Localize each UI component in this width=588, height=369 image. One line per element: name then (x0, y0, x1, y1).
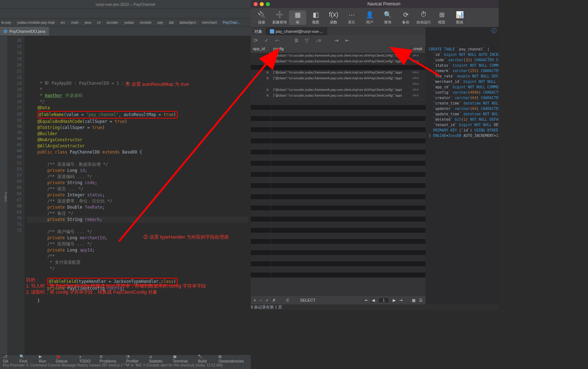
commit-icon[interactable]: ✓ (264, 37, 270, 43)
form-view-icon[interactable]: ☰ (419, 298, 423, 303)
table-row[interactable] (251, 65, 426, 70)
breadcrumb-item[interactable]: le-pay (1, 21, 11, 25)
select-label: SELECT (300, 298, 316, 302)
annotation-1: ① 设置 autoResultMap 为 true (125, 81, 189, 87)
breadcrumb-item[interactable]: java (85, 21, 91, 25)
tab-label: PayChannelDO.java (9, 29, 45, 34)
ddl-line: `app_id` bigint NOT NULL COMMENT (429, 84, 496, 90)
ddl-line: `update_time` datetime NOT NULL D (429, 111, 496, 117)
begin-txn-icon[interactable]: ⟳ (254, 37, 259, 43)
status-item[interactable]: ▶ Run (39, 354, 50, 363)
import-icon[interactable]: ⇥ (334, 37, 340, 43)
status-item[interactable]: ⊘ Problems (99, 354, 120, 363)
ide-toolbar[interactable] (0, 9, 251, 19)
toolbar-备份[interactable]: ⟳备份 (397, 10, 414, 25)
refresh-icon[interactable]: C (286, 298, 289, 302)
next-page-icon[interactable]: ▶ (393, 298, 396, 303)
status-bar-extra: Key Promoter X: Command Commit Message H… (0, 363, 251, 369)
breadcrumb-item[interactable]: dataobject (179, 21, 196, 25)
ddl-line: `create_time` datetime NOT NULL D (429, 101, 496, 106)
breadcrumb-item[interactable]: pay (157, 21, 163, 25)
table-row[interactable]: 6{"@class":"cn.iocoder.yudao.framework.p… (251, 93, 426, 99)
ddl-line: `updater` varchar(64) CHARACTER S (429, 106, 496, 111)
toolbar-表[interactable]: ▦表 (289, 10, 306, 25)
minimize-icon[interactable] (260, 2, 264, 6)
close-icon[interactable] (254, 2, 258, 6)
toolbar-自动运行[interactable]: ⏱自动运行 (415, 10, 432, 25)
status-item[interactable]: ⊞ Dependencies (218, 354, 248, 363)
tool-window-button[interactable]: Project (4, 192, 8, 202)
toolbar-模型[interactable]: ⊞模型 (433, 10, 450, 25)
breadcrumb-item[interactable]: PayChan... (223, 21, 240, 25)
navicat-toolbar: 🔌连接➕新建查询▦表◧视图f(x)函数⋯其它👤用户🔍查询⟳备份⏱自动运行⊞模型📊… (251, 8, 499, 27)
table-row[interactable]: {"@class":"cn.iocoder.yudao.framework.pa… (251, 53, 426, 59)
toolbar-视图[interactable]: ◧视图 (307, 10, 324, 25)
status-item[interactable]: ▣ Terminal (173, 354, 192, 363)
navicat-tab[interactable]: pay_channel@ruoyi-vue-... (266, 27, 327, 35)
grid-view-icon[interactable]: ▦ (412, 298, 415, 303)
ddl-line: `deleted` bit(1) NOT NULL DEFAULT (429, 117, 496, 122)
breadcrumb-item[interactable]: cn (97, 21, 101, 25)
goal-title: 目的： (26, 277, 40, 283)
breadcrumb-item[interactable]: module (140, 21, 152, 25)
status-item[interactable]: 🔍 Find (19, 354, 33, 363)
status-item[interactable]: ⊿ Statistic (149, 354, 167, 363)
col-creator[interactable]: creat (411, 45, 426, 53)
status-item[interactable]: ⎇ Git (3, 354, 14, 363)
table-actions: ⟳ ✓ ⤺ 🗎 ▽ ↓≡ ⇥ ⇤ (251, 35, 426, 45)
page-input[interactable] (378, 297, 389, 303)
status-item[interactable]: 🐞 Debug (56, 354, 74, 363)
annotation-2: ② 设置 typeHandler 为对应的字段处理器 (143, 234, 229, 240)
java-class-icon: C (4, 30, 7, 33)
toolbar-用户[interactable]: 👤用户 (361, 10, 378, 25)
col-config[interactable]: config (271, 45, 411, 53)
breadcrumb-item[interactable]: src (61, 21, 65, 25)
sort-icon[interactable]: ↓≡ (316, 37, 321, 43)
toolbar-函数[interactable]: f(x)函数 (325, 10, 342, 25)
table-row[interactable]: 8{"@class":"cn.iocoder.yudao.framework.p… (251, 70, 426, 76)
toolbar-连接[interactable]: 🔌连接 (253, 10, 270, 25)
table-row[interactable]: 8{"@class":"cn.iocoder.yudao.framework.p… (251, 76, 426, 82)
toolbar-查询[interactable]: 🔍查询 (379, 10, 396, 25)
info-icon[interactable]: i (491, 28, 496, 33)
data-grid[interactable]: {"@class":"cn.iocoder.yudao.framework.pa… (251, 53, 426, 296)
table-row[interactable]: 6{"@class":"cn.iocoder.yudao.framework.p… (251, 59, 426, 65)
breadcrumb-item[interactable]: iocoder (107, 21, 119, 25)
breadcrumb-item[interactable]: main (71, 21, 79, 25)
prev-page-icon[interactable]: ◀ (372, 298, 375, 303)
breadcrumbs[interactable]: le-pay〉yudao-module-pay-impl〉src〉main〉ja… (0, 19, 251, 27)
filter-icon[interactable]: ▽ (305, 37, 311, 43)
intellij-window: ruoyi-vue-pro-2022 – PayChannel le-pay〉y… (0, 0, 251, 369)
toolbar-图表[interactable]: 📊图表 (451, 10, 468, 25)
tool-window-bar[interactable]: ProjectPull RequestsStructureJRebelBookm… (0, 36, 8, 355)
editor-tab[interactable]: C PayChannelDO.java (0, 27, 49, 36)
export-icon[interactable]: ⇤ (345, 37, 351, 43)
table-row[interactable]: (NUL (251, 82, 426, 88)
breadcrumb-item[interactable]: dal (169, 21, 174, 25)
add-row-icon[interactable]: + (254, 298, 256, 302)
breadcrumb-item[interactable]: merchant (202, 21, 217, 25)
toolbar-其它[interactable]: ⋯其它 (343, 10, 360, 25)
cancel-icon[interactable]: ✗ (272, 298, 276, 303)
col-app-id[interactable]: app_id (251, 45, 271, 53)
table-row[interactable]: 6{"@class":"cn.iocoder.yudao.framework.p… (251, 88, 426, 93)
status-item[interactable]: ≡ TODO (79, 355, 94, 363)
breadcrumb-item[interactable]: yudao (124, 21, 134, 25)
maximize-icon[interactable] (266, 2, 270, 6)
code-content[interactable]: ① 设置 autoResultMap 为 true ② 设置 typeHandl… (24, 36, 251, 355)
delete-row-icon[interactable]: − (259, 298, 262, 302)
rollback-icon[interactable]: ⤺ (275, 37, 281, 43)
status-item[interactable]: ◔ Profiler (126, 354, 143, 363)
ddl-line: `creator` varchar(64) CHARACTER S (429, 95, 496, 101)
code-editor[interactable]: 1617181920212223242526272932383944454849… (8, 36, 251, 355)
status-item[interactable]: 🔨 Build (198, 354, 213, 363)
ddl-line: `config` varchar(4096) CHARACTER (429, 90, 496, 95)
breadcrumb-item[interactable]: yudao-module-pay-impl (17, 21, 55, 25)
apply-icon[interactable]: ✓ (266, 298, 269, 303)
ddl-line: ) ENGINE=InnoDB AUTO_INCREMENT=18 D (429, 133, 496, 138)
text-icon[interactable]: 🗎 (294, 37, 300, 43)
toolbar-新建查询[interactable]: ➕新建查询 (271, 10, 288, 25)
last-page-icon[interactable]: ⇥ (399, 298, 402, 303)
navicat-tab[interactable]: 对象 (251, 27, 266, 35)
first-page-icon[interactable]: ⇤ (365, 298, 368, 303)
